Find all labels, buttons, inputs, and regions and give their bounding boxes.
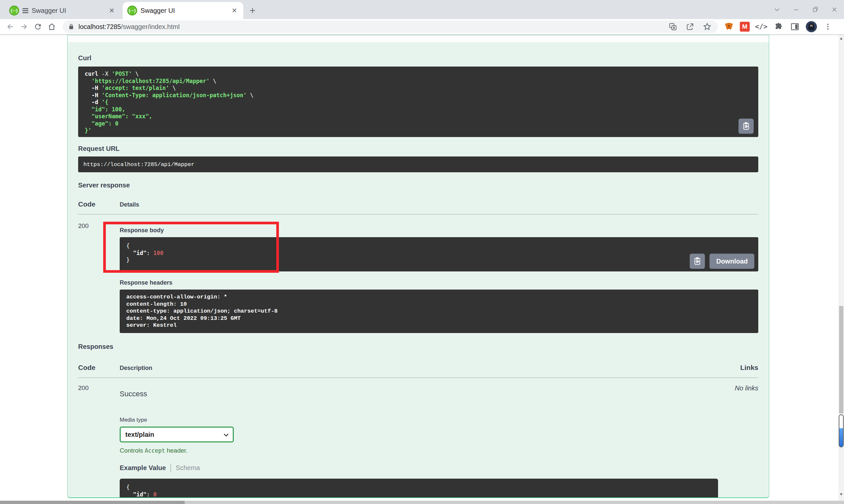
devtools-extension-icon[interactable]: </> <box>755 23 768 31</box>
tab-swagger-ui-2[interactable]: {⋯} Swagger UI ✕ <box>123 2 243 19</box>
window-controls <box>768 0 844 19</box>
responses-label: Responses <box>78 343 758 350</box>
example-value-code-block[interactable]: { "id": 0} <box>120 479 718 498</box>
request-url-value: https://localhost:7285/api/Mapper <box>78 157 758 172</box>
side-panel-icon[interactable] <box>789 21 800 32</box>
code-column-header: Code <box>78 200 120 208</box>
svg-text:{⋯}: {⋯} <box>11 8 18 13</box>
copy-to-clipboard-button[interactable] <box>690 254 705 269</box>
reload-button[interactable] <box>31 20 45 34</box>
horizontal-scrollbar-thumb[interactable] <box>0 501 185 504</box>
responses-description-header: Description <box>120 365 740 372</box>
download-button[interactable]: Download <box>709 254 754 269</box>
response-code: 200 <box>78 384 120 498</box>
address-bar[interactable]: localhost:7285/swagger/index.html <box>63 20 718 33</box>
extensions-area: M </> <box>723 21 833 32</box>
responses-row: 200 Success Media type text/plain Contro… <box>78 384 758 498</box>
share-icon[interactable] <box>685 21 696 32</box>
tab-example-value[interactable]: Example Value <box>120 464 166 472</box>
browser-toolbar: localhost:7285/swagger/index.html M </> <box>0 19 844 35</box>
new-tab-button[interactable] <box>246 4 259 17</box>
response-body-label: Response body <box>120 227 758 234</box>
server-response-label: Server response <box>78 181 758 189</box>
forward-button[interactable] <box>17 20 31 34</box>
horizontal-scrollbar[interactable] <box>0 501 844 504</box>
svg-text:{⋯}: {⋯} <box>128 8 136 13</box>
table-divider <box>78 214 758 214</box>
restore-button[interactable] <box>806 0 825 19</box>
tab-separator <box>170 464 171 472</box>
curl-label: Curl <box>78 54 758 62</box>
extensions-puzzle-icon[interactable] <box>773 21 784 32</box>
responses-links-header: Links <box>740 364 758 372</box>
swagger-opblock-panel: Curl curl -X 'POST' \ 'https://localhost… <box>67 35 769 498</box>
scroll-up-arrow[interactable]: ▲ <box>839 36 844 41</box>
url-text: localhost:7285/swagger/index.html <box>79 23 667 31</box>
home-button[interactable] <box>45 20 59 34</box>
close-window-button[interactable] <box>825 0 844 19</box>
gmail-extension-icon[interactable]: M <box>740 22 750 32</box>
copy-to-clipboard-button[interactable] <box>739 119 754 134</box>
responses-code-header: Code <box>78 364 120 372</box>
controls-accept-hint: Controls Accept header. <box>120 447 735 454</box>
curl-code-block[interactable]: curl -X 'POST' \ 'https://localhost:7285… <box>78 67 758 137</box>
tab-close-icon[interactable]: ✕ <box>230 6 239 15</box>
back-button[interactable] <box>3 20 17 34</box>
response-body-code-block[interactable]: { "id": 100}Download <box>120 237 758 271</box>
tab-menu-icon <box>22 7 28 14</box>
vertical-scrollbar[interactable]: ▲ ▼ <box>839 35 844 501</box>
swagger-favicon: {⋯} <box>127 5 137 16</box>
response-links: No links <box>735 384 758 498</box>
minimize-button[interactable] <box>787 0 806 19</box>
bookmark-star-icon[interactable] <box>702 21 713 32</box>
media-type-label: Media type <box>120 417 735 423</box>
translate-icon[interactable] <box>667 21 678 32</box>
server-response-row: 200 Response body { "id": 100}Download R… <box>78 222 758 333</box>
tab-schema[interactable]: Schema <box>176 464 200 472</box>
panel-top-strip <box>68 35 769 42</box>
tab-title: Swagger UI <box>32 7 107 15</box>
kebab-menu-icon[interactable] <box>822 21 833 32</box>
scroll-down-arrow[interactable]: ▼ <box>839 491 844 497</box>
details-column-header: Details <box>120 201 139 208</box>
lock-icon <box>68 23 74 30</box>
status-code: 200 <box>78 222 120 333</box>
profile-avatar[interactable] <box>806 21 817 32</box>
tab-title: Swagger UI <box>140 7 230 15</box>
table-divider <box>78 378 758 378</box>
media-type-select[interactable]: text/plain <box>120 427 234 443</box>
scrollbar-thumb[interactable] <box>839 306 843 413</box>
tab-close-icon[interactable]: ✕ <box>107 6 116 15</box>
swagger-favicon: {⋯} <box>9 5 19 16</box>
tab-search-chevron-icon[interactable] <box>768 0 787 19</box>
response-headers-block: access-control-allow-origin: *content-le… <box>120 290 758 333</box>
response-headers-label: Response headers <box>120 280 758 286</box>
tab-swagger-ui-1[interactable]: {⋯} Swagger UI ✕ <box>5 2 121 19</box>
response-description: Success <box>120 390 735 398</box>
request-url-label: Request URL <box>78 145 758 152</box>
browser-tab-bar: {⋯} Swagger UI ✕ {⋯} Swagger UI ✕ <box>0 0 844 19</box>
metamask-extension-icon[interactable] <box>723 21 735 32</box>
scroll-indicator-pill[interactable] <box>839 414 844 447</box>
